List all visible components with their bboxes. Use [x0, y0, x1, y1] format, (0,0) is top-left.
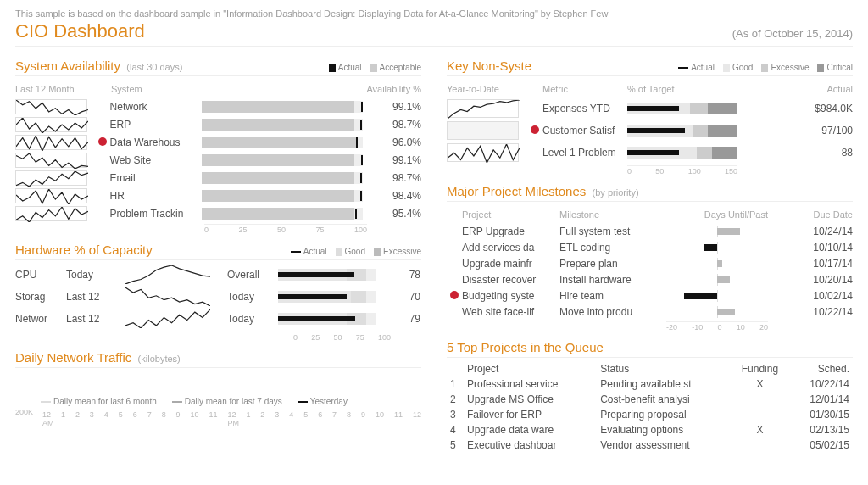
due-date: 10/02/14 [768, 290, 853, 302]
col-availpct: Availability % [362, 84, 421, 94]
bullet-chart [202, 119, 363, 131]
queue-funding [730, 438, 789, 453]
queue-sched: 02/13/15 [789, 422, 853, 438]
hw-period: Last 12 [66, 291, 125, 303]
days-bar [666, 306, 768, 318]
queue-status: Pending available st [597, 376, 730, 392]
queue-project: Professional service [464, 376, 597, 392]
availability-row: Data Warehous 96.0% [15, 133, 421, 151]
availability-row: Email 98.7% [15, 169, 421, 187]
system-name: HR [110, 190, 203, 202]
sparkline [15, 134, 95, 151]
availability-pct: 98.4% [363, 190, 421, 202]
availability-row: HR 98.4% [15, 187, 421, 204]
availability-pct: 98.7% [363, 172, 421, 184]
queue-status: Preparing proposal [597, 407, 730, 422]
alert-indicator [527, 125, 542, 137]
alert-indicator [447, 290, 462, 302]
queue-row: 4 Upgrade data ware Evaluating options X… [447, 422, 853, 438]
bullet-chart [202, 101, 363, 113]
queue-funding: X [730, 422, 789, 438]
keynon-row: Customer Satisf 97/100 [447, 120, 853, 142]
queue-sched: 01/30/15 [789, 407, 853, 422]
keynon-legend: Actual Good Excessive Critical [678, 63, 853, 72]
queue-row: 1 Professional service Pending available… [447, 376, 853, 392]
hw-metric: Networ [15, 313, 66, 325]
keynon-row: Level 1 Problem 88 [447, 142, 853, 164]
queue-status: Evaluating options [597, 422, 730, 438]
bullet-chart [627, 125, 737, 137]
milestone-name: Move into produ [559, 306, 666, 318]
project-name: Add services da [462, 242, 559, 254]
days-bar [666, 290, 768, 302]
milestones-subtitle: (by priority) [593, 187, 639, 198]
right-column: Key Non-Syste Actual Good Excessive Crit… [447, 53, 853, 453]
bullet-chart [202, 137, 363, 148]
queue-sched: 10/22/14 [789, 376, 853, 392]
metric-name: Customer Satisf [542, 125, 627, 137]
hardware-row: Networ Last 12 Today 79 [15, 308, 421, 330]
days-bar [666, 242, 768, 254]
due-date: 10/17/14 [768, 258, 853, 270]
hardware-legend: Actual Good Excessive [291, 247, 421, 256]
queue-funding [730, 407, 789, 422]
queue-project: Failover for ERP [464, 407, 597, 422]
system-name: ERP [110, 119, 203, 131]
queue-row: 5 Executive dashboar Vendor assessment 0… [447, 438, 853, 453]
queue-num: 2 [447, 392, 464, 407]
due-date: 10/10/14 [768, 242, 853, 254]
sparkline [15, 116, 95, 133]
col-due: Due Date [768, 209, 853, 220]
hw-value: 70 [391, 291, 420, 303]
queue-row: 2 Upgrade MS Office Cost-benefit analysi… [447, 392, 853, 407]
sparkline [125, 287, 227, 306]
milestone-name: Prepare plan [559, 258, 666, 270]
hw-label: Today [227, 313, 278, 325]
system-name: Problem Trackin [110, 208, 203, 220]
availability-row: ERP 98.7% [15, 115, 421, 133]
days-bar [666, 274, 768, 286]
project-name: Web site face-lif [462, 306, 559, 318]
traffic-am: AM [42, 419, 54, 427]
project-name: ERP Upgrade [462, 226, 559, 237]
hw-value: 78 [391, 269, 420, 281]
queue-table: Project Status Funding Sched. 1 Professi… [447, 361, 853, 453]
header: CIO Dashboard (As of October 15, 2014) [15, 20, 853, 47]
bullet-chart [278, 291, 391, 303]
hw-value: 79 [391, 313, 420, 325]
hw-period: Today [66, 269, 125, 281]
hw-label: Today [227, 291, 278, 303]
bullet-chart [278, 269, 391, 281]
traffic-title: Daily Network Traffic [15, 350, 131, 365]
sparkline [15, 205, 95, 222]
milestone-name: Install hardware [559, 274, 666, 286]
system-name: Data Warehous [110, 137, 203, 148]
queue-num: 1 [447, 376, 464, 392]
milestone-row: Web site face-lif Move into produ 10/22/… [447, 304, 853, 320]
queue-funding: X [730, 376, 789, 392]
milestone-row: Budgeting syste Hire team 10/02/14 [447, 287, 853, 304]
keynon-title: Key Non-Syste [447, 59, 531, 73]
traffic-subtitle: (kilobytes) [138, 354, 181, 364]
milestones-title: Major Project Milestones [447, 184, 586, 198]
queue-status: Vendor assessment [597, 438, 730, 453]
hw-metric: Storag [15, 291, 66, 303]
availability-pct: 96.0% [363, 137, 421, 148]
col-actual: Actual [737, 84, 853, 94]
queue-sched: 05/02/15 [789, 438, 853, 453]
sparkline [447, 120, 527, 141]
sparkline [15, 98, 95, 115]
availability-row: Network 99.1% [15, 98, 421, 115]
hw-metric: CPU [15, 269, 66, 281]
left-column: System Availability (last 30 days) Actua… [15, 53, 421, 453]
milestone-row: ERP Upgrade Full system test 10/24/14 [447, 223, 853, 239]
actual-value: $984.0K [737, 103, 853, 114]
hardware-row: CPU Today Overall 78 [15, 264, 421, 286]
col-project: Project [462, 209, 559, 220]
project-name: Upgrade mainfr [462, 258, 559, 270]
sparkline [447, 98, 527, 119]
milestone-name: ETL coding [559, 242, 666, 254]
bullet-chart [202, 154, 363, 166]
queue-title: 5 Top Projects in the Queue [447, 340, 604, 354]
availability-pct: 99.1% [363, 154, 421, 166]
